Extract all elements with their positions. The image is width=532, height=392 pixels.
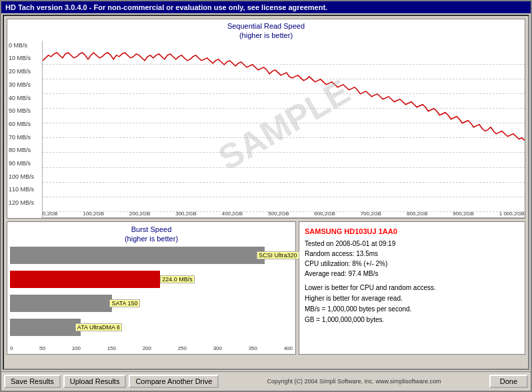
seq-chart-title: Sequential Read Speed (higher is better) (7, 19, 525, 41)
seq-chart-svg (43, 41, 525, 207)
main-content: Sequential Read Speed (higher is better)… (3, 15, 529, 370)
note-3: MB/s = 1,000,000 bytes per second. (305, 304, 519, 315)
drive-name: SAMSUNG HD103UJ 1AA0 (305, 226, 519, 237)
done-button[interactable]: Done (489, 375, 528, 388)
bar-track-2: 224.0 MB/s (10, 271, 293, 289)
info-stats: Tested on 2008-05-01 at 09:19 Random acc… (305, 239, 519, 279)
info-notes: Lower is better for CPU and random acces… (305, 283, 519, 325)
seq-chart-container: Sequential Read Speed (higher is better)… (7, 19, 525, 219)
stat-avg: Average read: 97.4 MB/s (305, 269, 519, 279)
burst-bar-row-4: ATA UltraDMA 6 (10, 319, 293, 337)
bar-label-2: 224.0 MB/s (160, 275, 195, 283)
stat-tested: Tested on 2008-05-01 at 09:19 (305, 239, 519, 249)
bar-label-4: ATA UltraDMA 6 (75, 323, 122, 331)
burst-x-axis: 0 50 100 150 200 250 300 350 400 (10, 345, 293, 351)
save-results-button[interactable]: Save Results (4, 375, 61, 388)
x-axis-labels: 0,2GB 100,2GB 200,2GB 300,2GB 400,2GB 50… (43, 210, 525, 217)
bar-label-3: SATA 150 (109, 299, 139, 307)
y-axis-labels: 120 MB/s 110 MB/s 100 MB/s 90 MB/s 80 MB… (7, 41, 42, 218)
toolbar: Save Results Upload Results Compare Anot… (1, 371, 531, 391)
stat-cpu: CPU utilization: 8% (+/- 2%) (305, 259, 519, 269)
burst-chart-title: Burst Speed (higher is better) (10, 225, 293, 244)
title-text: HD Tach version 3.0.4.0 - For non-commer… (5, 3, 327, 11)
bar-track-4: ATA UltraDMA 6 (10, 319, 293, 337)
copyright-text: Copyright (C) 2004 Simpli Software, Inc.… (221, 378, 486, 385)
upload-results-button[interactable]: Upload Results (63, 375, 127, 388)
chart-plot: SAMPLE 0,2GB 100,2GB 200,2GB 300,2GB 400… (42, 41, 525, 218)
seq-chart-area: 120 MB/s 110 MB/s 100 MB/s 90 MB/s 80 MB… (7, 41, 525, 218)
bar-label-1: SCSI Ultra320 (257, 251, 299, 259)
info-panel: SAMSUNG HD103UJ 1AA0 Tested on 2008-05-0… (299, 221, 525, 355)
bottom-section: Burst Speed (higher is better) SCSI Ultr… (7, 221, 525, 355)
compare-another-drive-button[interactable]: Compare Another Drive (129, 375, 219, 388)
bar-track-3: SATA 150 (10, 295, 293, 313)
note-1: Lower is better for CPU and random acces… (305, 283, 519, 293)
main-window: HD Tach version 3.0.4.0 - For non-commer… (0, 0, 532, 392)
burst-bar-row-3: SATA 150 (10, 295, 293, 313)
burst-chart-container: Burst Speed (higher is better) SCSI Ultr… (7, 221, 296, 355)
bar-track-1: SCSI Ultra320 (10, 247, 293, 265)
note-2: Higher is better for average read. (305, 293, 519, 304)
note-4: GB = 1,000,000,000 bytes. (305, 315, 519, 325)
burst-bar-row-2: 224.0 MB/s (10, 271, 293, 289)
stat-random: Random access: 13.5ms (305, 249, 519, 259)
burst-bars-area: SCSI Ultra320 224.0 MB/s (10, 247, 293, 344)
burst-bar-row-1: SCSI Ultra320 (10, 247, 293, 265)
title-bar: HD Tach version 3.0.4.0 - For non-commer… (1, 1, 531, 13)
